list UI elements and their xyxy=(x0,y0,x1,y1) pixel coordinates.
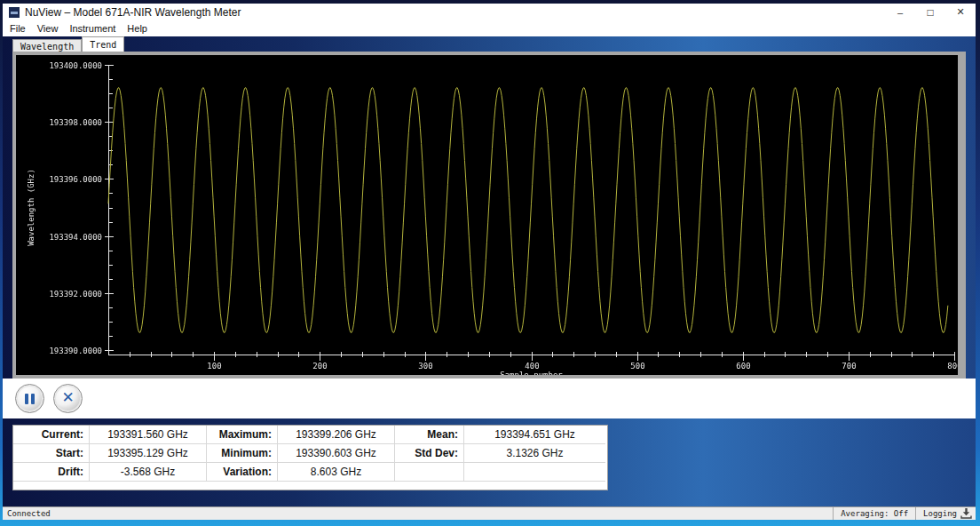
trend-chart[interactable] xyxy=(16,55,958,375)
logging-label: Logging xyxy=(923,509,957,518)
stat-label-current: Current: xyxy=(13,426,90,444)
title-bar: NuView – Model 671A-NIR Wavelength Meter… xyxy=(3,4,976,20)
trend-chart-panel xyxy=(12,52,966,379)
stat-label-variation: Variation: xyxy=(207,463,278,482)
stat-label-start: Start: xyxy=(13,444,90,463)
stat-value-minimum: 193390.603 GHz xyxy=(278,444,395,463)
stat-value-empty xyxy=(464,463,605,482)
stat-value-maximum: 193399.206 GHz xyxy=(278,426,395,444)
tab-wavelength[interactable]: Wavelength xyxy=(12,39,82,52)
maximize-button[interactable]: □ xyxy=(915,4,945,20)
app-logo-icon xyxy=(9,7,20,18)
stat-value-mean: 193394.651 GHz xyxy=(464,426,605,444)
window-controls: – □ ✕ xyxy=(885,4,976,20)
connection-status: Connected xyxy=(3,507,833,520)
tab-trend[interactable]: Trend xyxy=(82,36,124,52)
acquisition-controls: ✕ xyxy=(3,379,976,418)
tab-strip: Wavelength Trend xyxy=(12,36,976,52)
stat-label-mean: Mean: xyxy=(395,426,464,444)
menu-instrument[interactable]: Instrument xyxy=(69,23,123,34)
stat-value-drift: -3.568 GHz xyxy=(90,463,207,482)
stop-button[interactable]: ✕ xyxy=(53,384,83,413)
stat-value-start: 193395.129 GHz xyxy=(90,444,207,463)
window-title: NuView – Model 671A-NIR Wavelength Meter xyxy=(25,6,241,19)
close-button[interactable]: ✕ xyxy=(945,4,976,20)
pause-icon xyxy=(25,394,35,404)
desktop-frame: NuView – Model 671A-NIR Wavelength Meter… xyxy=(0,0,980,526)
minimize-button[interactable]: – xyxy=(885,4,915,20)
logging-control[interactable]: Logging xyxy=(915,507,976,520)
stat-label-minimum: Minimum: xyxy=(207,444,278,463)
stat-value-current: 193391.560 GHz xyxy=(90,426,207,444)
stop-x-icon: ✕ xyxy=(61,390,74,405)
stats-table: Current: 193391.560 GHz Maximum: 193399.… xyxy=(13,426,607,482)
stat-label-drift: Drift: xyxy=(13,463,90,482)
menu-help[interactable]: Help xyxy=(127,23,155,34)
menu-file[interactable]: File xyxy=(10,23,34,34)
stats-panel: Current: 193391.560 GHz Maximum: 193399.… xyxy=(12,425,608,490)
stat-label-maximum: Maximum: xyxy=(207,426,278,444)
client-area: Wavelength Trend ✕ Current: 193391.56 xyxy=(3,36,976,506)
stat-value-variation: 8.603 GHz xyxy=(278,463,395,482)
app-window: NuView – Model 671A-NIR Wavelength Meter… xyxy=(3,4,976,520)
stats-footer xyxy=(13,482,607,490)
stats-area: Current: 193391.560 GHz Maximum: 193399.… xyxy=(3,418,976,506)
logging-download-icon xyxy=(960,508,972,519)
stat-label-empty xyxy=(395,463,464,482)
stat-label-stddev: Std Dev: xyxy=(395,444,464,463)
menu-bar: File View Instrument Help xyxy=(3,20,976,36)
pause-button[interactable] xyxy=(15,384,44,413)
menu-view[interactable]: View xyxy=(37,23,67,34)
status-bar: Connected Averaging: Off Logging xyxy=(3,506,976,520)
stat-value-stddev: 3.1326 GHz xyxy=(464,444,605,463)
averaging-status: Averaging: Off xyxy=(833,507,915,520)
